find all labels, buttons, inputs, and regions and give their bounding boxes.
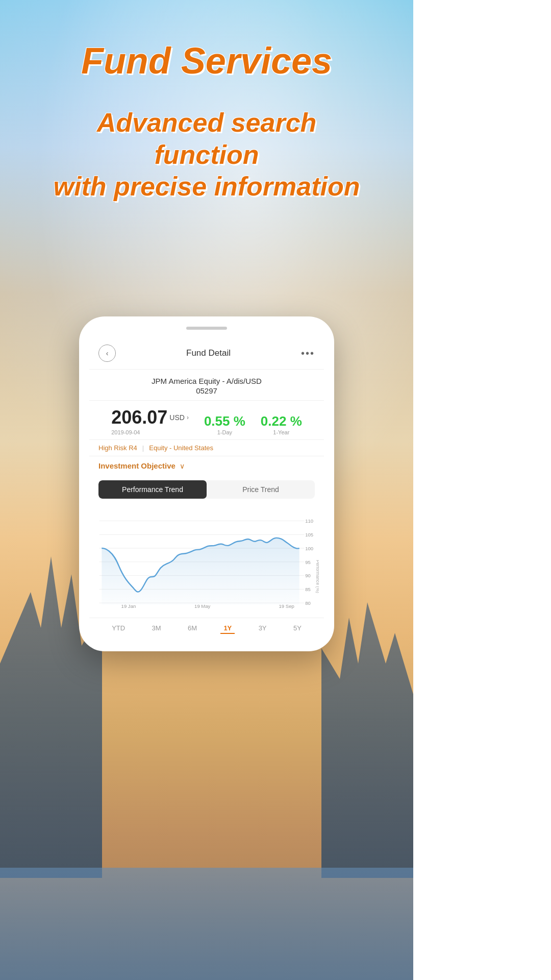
subtitle-line3: with precise information [54, 172, 360, 201]
price-row: 206.07 USD › 2019-09-04 0.55 % 1-Day 0.2… [89, 401, 324, 439]
subtitle-line2: function [154, 140, 259, 169]
change-1year-block: 0.22 % 1-Year [261, 413, 302, 435]
hero-title: Fund Services [0, 41, 413, 81]
svg-text:Performance (%): Performance (%) [315, 560, 319, 593]
phone-notch [186, 327, 227, 330]
tags-row: High Risk R4 | Equity - United States [89, 439, 324, 456]
price-arrow-icon: › [187, 414, 189, 421]
price-value: 206.07 USD › [111, 407, 189, 428]
fund-code: 05297 [98, 386, 315, 395]
svg-text:100: 100 [305, 546, 313, 551]
risk-tag: High Risk R4 [98, 444, 137, 452]
svg-text:110: 110 [305, 518, 313, 524]
performance-chart: 110 105 100 95 90 85 80 [94, 509, 319, 611]
time-btn-1y[interactable]: 1Y [220, 623, 235, 634]
phone-screen: ‹ Fund Detail ••• JPM America Equity - A… [89, 337, 324, 641]
subtitle-line1: Advanced search [97, 108, 317, 137]
svg-text:85: 85 [305, 586, 311, 592]
price-number: 206.07 [111, 407, 167, 428]
hero-subtitle: Advanced search function with precise in… [0, 107, 413, 202]
investment-objective-label: Investment Objective [98, 461, 176, 470]
time-btn-3m[interactable]: 3M [149, 623, 164, 634]
type-tag: Equity - United States [149, 444, 213, 452]
back-button[interactable]: ‹ [98, 345, 116, 362]
price-main: 206.07 USD › 2019-09-04 [111, 407, 189, 435]
tag-divider: | [142, 444, 144, 452]
chart-area: 110 105 100 95 90 85 80 [94, 504, 319, 616]
tab-price[interactable]: Price Trend [207, 480, 315, 499]
chevron-down-icon: ∨ [180, 462, 185, 470]
svg-text:90: 90 [305, 573, 311, 578]
svg-text:80: 80 [305, 600, 311, 606]
svg-text:105: 105 [305, 532, 313, 537]
svg-text:95: 95 [305, 559, 311, 565]
chart-tabs: Performance Trend Price Trend [98, 480, 315, 499]
investment-objective-row[interactable]: Investment Objective ∨ [89, 456, 324, 475]
fund-name: JPM America Equity - A/dis/USD [98, 377, 315, 385]
more-button[interactable]: ••• [301, 348, 315, 359]
change-1day-label: 1-Day [217, 429, 232, 435]
svg-text:19 Jan: 19 Jan [121, 603, 136, 609]
phone-frame: ‹ Fund Detail ••• JPM America Equity - A… [79, 316, 334, 651]
phone-mockup: ‹ Fund Detail ••• JPM America Equity - A… [79, 316, 334, 651]
nav-title: Fund Detail [186, 348, 231, 358]
time-btn-5y[interactable]: 5Y [290, 623, 305, 634]
svg-text:19 Sep: 19 Sep [279, 603, 294, 609]
change-1day-block: 0.55 % 1-Day [204, 413, 245, 435]
time-btn-3y[interactable]: 3Y [256, 623, 270, 634]
time-selector: YTD 3M 6M 1Y 3Y 5Y [89, 618, 324, 641]
water [0, 868, 413, 980]
time-btn-6m[interactable]: 6M [185, 623, 200, 634]
change-1year-label: 1-Year [273, 429, 289, 435]
price-date: 2019-09-04 [111, 429, 140, 435]
change-1year-value: 0.22 % [261, 413, 302, 429]
fund-info: JPM America Equity - A/dis/USD 05297 [89, 370, 324, 401]
time-btn-ytd[interactable]: YTD [109, 623, 128, 634]
change-1day-value: 0.55 % [204, 413, 245, 429]
price-currency: USD [169, 413, 185, 422]
tab-performance[interactable]: Performance Trend [98, 480, 207, 499]
hero-section: Fund Services Advanced search function w… [0, 41, 413, 202]
nav-bar: ‹ Fund Detail ••• [89, 337, 324, 370]
svg-text:19 May: 19 May [194, 603, 211, 609]
